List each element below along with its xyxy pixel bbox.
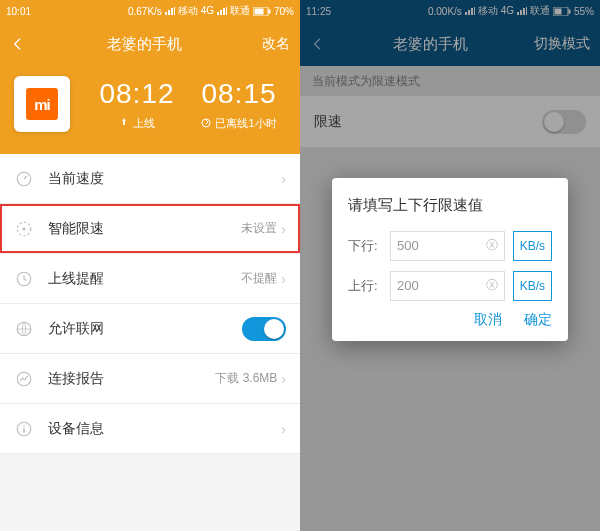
chevron-right-icon: › xyxy=(281,171,286,187)
svg-rect-1 xyxy=(254,8,263,14)
speed-limit-modal: 请填写上下行限速值 下行: 500 ⓧ KB/s 上行: 200 ⓧ KB/s … xyxy=(332,177,568,340)
download-value: 500 xyxy=(397,238,486,253)
globe-icon xyxy=(14,319,34,339)
download-input[interactable]: 500 ⓧ xyxy=(390,230,505,260)
row-smart-limit[interactable]: 智能限速 未设置 › xyxy=(0,204,300,254)
status-bar: 10:01 0.67K/s 移动 4G 联通 70% xyxy=(0,0,300,22)
chevron-right-icon: › xyxy=(281,371,286,387)
status-carrier-2: 联通 xyxy=(230,4,250,18)
svg-rect-12 xyxy=(23,428,25,433)
clear-icon[interactable]: ⓧ xyxy=(486,237,498,254)
header: 老婆的手机 改名 xyxy=(0,22,300,66)
download-label: 下行: xyxy=(348,236,382,254)
settings-list: 当前速度 › 智能限速 未设置 › 上线提醒 不提醒 › 允许联网 连接报告 下… xyxy=(0,154,300,454)
online-icon xyxy=(119,118,129,128)
info-icon xyxy=(14,419,34,439)
status-time: 10:01 xyxy=(6,6,31,17)
row-value: 下载 3.6MB xyxy=(215,370,277,387)
page-title: 老婆的手机 xyxy=(26,35,262,54)
row-label: 允许联网 xyxy=(48,320,242,338)
back-button[interactable] xyxy=(10,36,26,52)
upload-input[interactable]: 200 ⓧ xyxy=(390,270,505,300)
row-value: 未设置 xyxy=(241,220,277,237)
device-avatar: mi xyxy=(14,76,70,132)
chart-icon xyxy=(14,369,34,389)
chevron-right-icon: › xyxy=(281,221,286,237)
confirm-button[interactable]: 确定 xyxy=(524,310,552,328)
signal-icon xyxy=(165,7,175,15)
row-label: 上线提醒 xyxy=(48,270,241,288)
status-carrier-1: 移动 4G xyxy=(178,4,214,18)
row-online-alert[interactable]: 上线提醒 不提醒 › xyxy=(0,254,300,304)
screen-speed-limit-dialog: 11:25 0.00K/s 移动 4G 联通 55% 老婆的手机 切换模式 当前… xyxy=(300,0,600,531)
offline-time-block: 08:15 已离线1小时 xyxy=(188,78,290,131)
download-unit-button[interactable]: KB/s xyxy=(513,230,552,260)
row-connection-report[interactable]: 连接报告 下载 3.6MB › xyxy=(0,354,300,404)
offline-icon xyxy=(201,118,211,128)
modal-title: 请填写上下行限速值 xyxy=(348,195,552,214)
svg-point-11 xyxy=(23,425,25,427)
screen-device-settings: 10:01 0.67K/s 移动 4G 联通 70% 老婆的手机 改名 mi 0… xyxy=(0,0,300,531)
row-label: 智能限速 xyxy=(48,220,241,238)
upload-value: 200 xyxy=(397,278,486,293)
chevron-right-icon: › xyxy=(281,421,286,437)
upload-unit-button[interactable]: KB/s xyxy=(513,270,552,300)
row-label: 当前速度 xyxy=(48,170,281,188)
rename-button[interactable]: 改名 xyxy=(262,35,290,53)
upload-label: 上行: xyxy=(348,276,382,294)
row-allow-network[interactable]: 允许联网 xyxy=(0,304,300,354)
clear-icon[interactable]: ⓧ xyxy=(486,277,498,294)
online-time: 08:12 xyxy=(86,78,188,110)
row-label: 设备信息 xyxy=(48,420,281,438)
row-value: 不提醒 xyxy=(241,270,277,287)
status-battery: 70% xyxy=(274,6,294,17)
speedometer-icon xyxy=(14,169,34,189)
device-hero: mi 08:12 上线 08:15 已离线1小时 xyxy=(0,66,300,154)
offline-label: 已离线1小时 xyxy=(215,116,276,131)
svg-rect-2 xyxy=(268,9,270,13)
battery-icon xyxy=(253,7,271,16)
chevron-right-icon: › xyxy=(281,271,286,287)
online-time-block: 08:12 上线 xyxy=(86,78,188,131)
offline-time: 08:15 xyxy=(188,78,290,110)
mi-logo-icon: mi xyxy=(26,88,58,120)
cancel-button[interactable]: 取消 xyxy=(474,310,502,328)
row-label: 连接报告 xyxy=(48,370,215,388)
row-current-speed[interactable]: 当前速度 › xyxy=(0,154,300,204)
gauge-icon xyxy=(14,219,34,239)
bell-icon xyxy=(14,269,34,289)
online-label: 上线 xyxy=(133,116,155,131)
allow-network-toggle[interactable] xyxy=(242,317,286,341)
svg-point-6 xyxy=(23,227,26,230)
download-field: 下行: 500 ⓧ KB/s xyxy=(348,230,552,260)
upload-field: 上行: 200 ⓧ KB/s xyxy=(348,270,552,300)
status-speed: 0.67K/s xyxy=(128,6,162,17)
signal-icon xyxy=(217,7,227,15)
row-device-info[interactable]: 设备信息 › xyxy=(0,404,300,454)
